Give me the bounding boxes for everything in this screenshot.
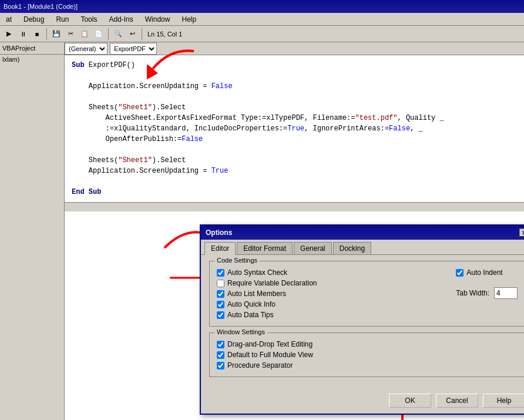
dialog-content: Code Settings Auto Syntax Check Require … [201, 255, 524, 389]
options-dialog: Options ✕ Editor Editor Format General D… [200, 224, 524, 415]
cursor-position: Ln 15, Col 1 [147, 31, 182, 38]
tab-bar: Editor Editor Format General Docking [201, 240, 524, 255]
menu-at[interactable]: at [2, 14, 15, 25]
title-bar: Book1 - [Module1 (Code)] [0, 0, 524, 13]
tab-width-row: Tab Width: [456, 287, 518, 299]
auto-indent-checkbox[interactable] [456, 269, 463, 277]
toolbar-save[interactable]: 💾 [50, 28, 63, 41]
toolbar-copy[interactable]: 📋 [78, 28, 91, 41]
require-var-decl-checkbox[interactable] [217, 280, 224, 287]
auto-syntax-check-label: Auto Syntax Check [227, 268, 287, 277]
require-var-decl-row: Require Variable Declaration [217, 279, 444, 287]
menu-run[interactable]: Run [52, 14, 72, 25]
auto-indent-label: Auto Indent [466, 268, 502, 277]
main-layout: VBAProject lxlam) (General) ExportPDF Su… [0, 42, 524, 420]
auto-syntax-check-checkbox[interactable] [217, 269, 224, 277]
drag-drop-label: Drag-and-Drop Text Editing [227, 340, 313, 348]
ok-button[interactable]: OK [389, 394, 431, 408]
full-module-view-checkbox[interactable] [217, 351, 224, 359]
require-var-decl-label: Require Variable Declaration [227, 279, 317, 287]
auto-quick-info-checkbox[interactable] [217, 301, 224, 308]
toolbar-sep3 [142, 28, 142, 40]
auto-list-members-row: Auto List Members [217, 290, 444, 298]
auto-data-tips-row: Auto Data Tips [217, 311, 444, 319]
tab-editor[interactable]: Editor [204, 242, 236, 255]
project-label: VBAProject [2, 45, 35, 52]
toolbar-find[interactable]: 🔍 [112, 28, 125, 41]
code-settings-columns: Auto Syntax Check Require Variable Decla… [217, 266, 518, 321]
toolbar-paste[interactable]: 📄 [92, 28, 105, 41]
auto-list-members-label: Auto List Members [227, 290, 286, 298]
annotation-arrow-1 [147, 45, 206, 80]
menu-debug[interactable]: Debug [20, 14, 48, 25]
code-settings-left: Auto Syntax Check Require Variable Decla… [217, 266, 444, 321]
menu-help[interactable]: Help [178, 14, 200, 25]
toolbar-cut[interactable]: ✂ [64, 28, 77, 41]
left-panel: VBAProject lxlam) [0, 42, 65, 420]
auto-quick-info-label: Auto Quick Info [227, 300, 276, 308]
toolbar-pause[interactable]: ⏸ [16, 28, 29, 41]
tab-width-input[interactable] [494, 287, 518, 299]
auto-data-tips-checkbox[interactable] [217, 311, 224, 319]
auto-list-members-checkbox[interactable] [217, 290, 224, 298]
dialog-overlay: Options ✕ Editor Editor Format General D… [65, 42, 524, 420]
tab-general[interactable]: General [294, 242, 332, 254]
toolbar-run[interactable]: ▶ [2, 28, 15, 41]
dialog-title: Options [206, 229, 232, 237]
project-item-lxlam[interactable]: lxlam) [0, 55, 64, 64]
title-text: Book1 - [Module1 (Code)] [4, 3, 78, 10]
full-module-view-label: Default to Full Module View [227, 351, 313, 359]
code-editor: (General) ExportPDF Sub ExportPDF() Appl… [65, 42, 524, 420]
toolbar-sep1 [46, 28, 47, 40]
auto-data-tips-label: Auto Data Tips [227, 311, 274, 319]
code-settings-group: Code Settings Auto Syntax Check Require … [209, 261, 524, 327]
toolbar: ▶ ⏸ ■ 💾 ✂ 📋 📄 🔍 ↩ Ln 15, Col 1 [0, 26, 524, 42]
dialog-buttons: OK Cancel Help [201, 389, 524, 414]
auto-syntax-check-row: Auto Syntax Check [217, 268, 444, 277]
tab-docking[interactable]: Docking [333, 242, 371, 254]
tab-editor-format[interactable]: Editor Format [237, 242, 293, 254]
procedure-sep-row: Procedure Separator [217, 361, 518, 369]
window-settings-group: Window Settings Drag-and-Drop Text Editi… [209, 332, 524, 377]
auto-quick-info-row: Auto Quick Info [217, 300, 444, 308]
toolbar-stop[interactable]: ■ [31, 28, 43, 41]
procedure-sep-checkbox[interactable] [217, 362, 224, 369]
toolbar-undo[interactable]: ↩ [126, 28, 139, 41]
code-settings-right: Auto Indent Tab Width: [456, 266, 518, 321]
code-settings-title: Code Settings [214, 257, 260, 264]
full-module-view-row: Default to Full Module View [217, 351, 518, 359]
left-panel-title: VBAProject [0, 42, 64, 55]
menu-window[interactable]: Window [142, 14, 174, 25]
help-button[interactable]: Help [483, 394, 524, 408]
drag-drop-row: Drag-and-Drop Text Editing [217, 340, 518, 348]
drag-drop-checkbox[interactable] [217, 341, 224, 348]
window-settings-title: Window Settings [214, 328, 267, 335]
menu-bar: at Debug Run Tools Add-Ins Window Help [0, 13, 524, 26]
dialog-close-button[interactable]: ✕ [519, 229, 524, 237]
tab-width-label: Tab Width: [456, 289, 489, 297]
auto-indent-row: Auto Indent [456, 268, 518, 277]
menu-addins[interactable]: Add-Ins [105, 14, 136, 25]
menu-tools[interactable]: Tools [77, 14, 100, 25]
dialog-titlebar: Options ✕ [201, 226, 524, 240]
procedure-sep-label: Procedure Separator [227, 361, 293, 369]
cancel-button[interactable]: Cancel [436, 394, 478, 408]
toolbar-sep2 [108, 28, 109, 40]
